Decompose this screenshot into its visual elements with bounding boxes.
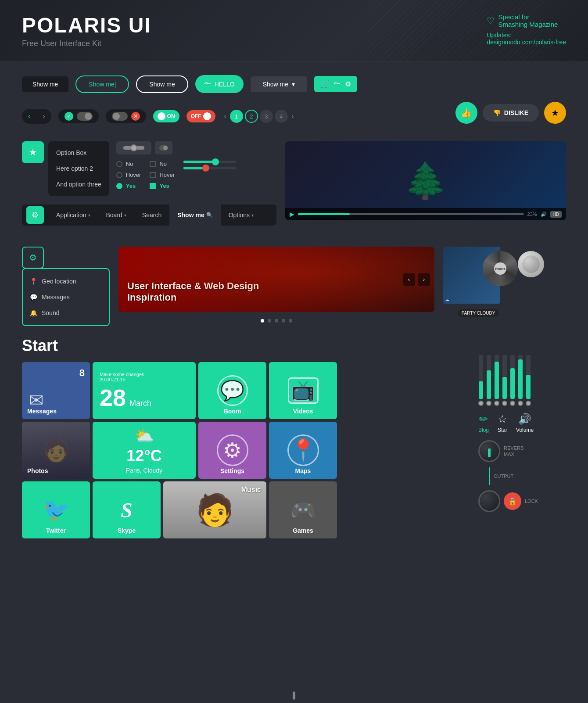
nav-prev-button[interactable]: ‹ <box>22 109 36 124</box>
eq-knob-3[interactable] <box>494 401 499 406</box>
like-button[interactable]: 👍 <box>455 102 477 124</box>
eq-bar-5 <box>510 355 515 406</box>
show-me-button-1[interactable]: Show me <box>22 76 68 92</box>
eq-knob-1[interactable] <box>478 401 484 406</box>
checkbox-sq-no[interactable] <box>150 161 156 167</box>
show-me-button-2[interactable]: Show me| <box>75 75 129 93</box>
video-seekbar[interactable] <box>298 213 524 215</box>
radio-circle-no-1[interactable] <box>116 161 122 167</box>
page-3-button[interactable]: 3 <box>260 110 273 123</box>
toggle-on[interactable]: ON <box>153 110 179 122</box>
icon-blog[interactable]: ✏ Blog <box>478 413 489 433</box>
hello-button[interactable]: 〜 HELLO <box>195 75 244 93</box>
star-label: Star <box>498 427 507 433</box>
tile-videos[interactable]: 📺 Videos <box>269 362 337 419</box>
output-label: OUTPUT <box>494 473 513 479</box>
eq-knob-5[interactable] <box>510 401 515 406</box>
checkbox-sq-yes[interactable] <box>150 183 156 189</box>
icon-star[interactable]: ☆ Star <box>498 413 507 433</box>
page-next-button[interactable]: › <box>290 112 295 120</box>
tile-calendar[interactable]: Make some changes 20:00-21:15 28 March <box>93 362 196 419</box>
carousel-navigation: ‹ › <box>403 273 430 286</box>
dropdown-item-1[interactable]: Option Box <box>48 145 109 161</box>
eq-knob-4[interactable] <box>502 401 507 406</box>
carousel-dot-2[interactable] <box>268 319 271 323</box>
calendar-date: 28 <box>100 386 126 409</box>
page-1-button[interactable]: 1 <box>230 110 243 123</box>
dropdown-item-3[interactable]: And option three <box>48 176 109 192</box>
radio-circle-yes-1[interactable] <box>116 183 122 189</box>
nav-search[interactable]: Search <box>134 204 169 226</box>
video-play-button[interactable]: ▶ <box>290 211 294 218</box>
carousel-dot-1[interactable] <box>261 319 264 323</box>
show-me-dropdown-button[interactable]: Show me ▾ <box>251 76 307 92</box>
checkbox-sq-hover[interactable] <box>150 172 156 178</box>
eq-bar-2 <box>486 355 491 406</box>
nav-board[interactable]: Board ▾ <box>98 204 134 226</box>
header-right: ♡ Special for Smashing Magazine Updates:… <box>487 13 566 46</box>
eq-knob-6[interactable] <box>518 401 523 406</box>
output-knob[interactable] <box>478 490 500 512</box>
sidebar-item-geo[interactable]: 📍 Geo location <box>23 273 109 289</box>
carousel-dot-3[interactable] <box>275 319 278 323</box>
toggle-off[interactable]: OFF <box>186 110 215 122</box>
toggle-small[interactable] <box>155 141 172 154</box>
icon-group-button[interactable]: 🛒 〜 ⚙ <box>314 76 357 92</box>
sidebar-item-sound[interactable]: 🔔 Sound <box>23 305 109 321</box>
h-slider-1-thumb[interactable] <box>212 158 219 165</box>
reverb-knob[interactable] <box>478 440 500 462</box>
video-thumbnail-tree: 🌲 <box>404 160 448 201</box>
carousel-dot-4[interactable] <box>282 319 285 323</box>
carousel-prev-button[interactable]: ‹ <box>403 273 415 286</box>
tile-boom[interactable]: 💬 Boom <box>198 362 266 419</box>
eq-bar-fill-7 <box>526 375 531 399</box>
dropdown-item-2[interactable]: Here option 2 <box>48 161 109 176</box>
settings-icon: ⚙ <box>217 434 248 466</box>
boom-icon: 💬 <box>217 375 248 406</box>
eq-knob-2[interactable] <box>486 401 491 406</box>
volume-knob[interactable] <box>518 251 544 277</box>
tile-settings[interactable]: ⚙ Settings <box>198 422 266 479</box>
icon-volume[interactable]: 🔊 Volume <box>516 413 534 433</box>
page-2-button[interactable]: 2 <box>245 110 258 123</box>
volume-knob-area <box>518 251 544 277</box>
h-slider-2-thumb[interactable] <box>202 165 209 172</box>
tile-skype[interactable]: S Skype <box>93 481 161 538</box>
tile-messages[interactable]: ✉ 8 Messages <box>22 362 90 419</box>
sidebar-gear-button[interactable]: ⚙ <box>22 247 44 269</box>
nav-application-caret: ▾ <box>88 213 90 218</box>
h-slider-1[interactable] <box>183 161 236 163</box>
tile-maps[interactable]: 📍 Maps <box>269 422 337 479</box>
tile-weather[interactable]: ⛅ 12°C Paris, Cloudy <box>93 422 196 479</box>
eq-bar-7 <box>526 355 531 406</box>
tile-photos[interactable]: 🧑 Photos <box>22 422 90 479</box>
star-menu-button[interactable]: ★ <box>22 141 44 163</box>
carousel-dot-5[interactable] <box>289 319 292 323</box>
carousel-next-button[interactable]: › <box>418 273 430 286</box>
v-slider-widget[interactable] <box>116 141 151 154</box>
calendar-month: March <box>129 399 151 408</box>
star-button[interactable]: ★ <box>544 102 566 124</box>
radio-circle-hover-1[interactable] <box>116 172 122 178</box>
nav-show-me[interactable]: Show me 🔍 <box>169 204 220 226</box>
dot-toggle[interactable] <box>77 112 93 121</box>
eq-knob-7[interactable] <box>526 401 531 406</box>
dislike-button[interactable]: 👎 DISLIKE <box>483 104 539 122</box>
page-prev-button[interactable]: ‹ <box>222 112 228 120</box>
tile-music[interactable]: 🧑 Music <box>163 481 266 538</box>
lock-button[interactable]: 🔒 <box>504 492 521 510</box>
start-section: Start ✉ 8 Messages <box>22 337 566 538</box>
sidebar-item-messages[interactable]: 💬 Messages <box>23 289 109 305</box>
lock-icon: 🔒 <box>508 497 517 506</box>
dot-toggle-2-knob <box>113 113 120 120</box>
show-me-button-3[interactable]: Show me <box>136 75 188 93</box>
nav-next-button[interactable]: › <box>36 109 51 124</box>
page-4-button[interactable]: 4 <box>275 110 288 123</box>
dot-toggle-2[interactable] <box>112 112 128 121</box>
h-slider-2[interactable] <box>183 167 236 169</box>
gear-icon-btn: ⚙ <box>345 80 351 88</box>
nav-options[interactable]: Options ▾ <box>221 204 262 226</box>
nav-application[interactable]: Application ▾ <box>48 204 98 226</box>
tile-twitter[interactable]: 🐦 Twitter <box>22 481 90 538</box>
tile-games[interactable]: 🎮 Games <box>269 481 337 538</box>
